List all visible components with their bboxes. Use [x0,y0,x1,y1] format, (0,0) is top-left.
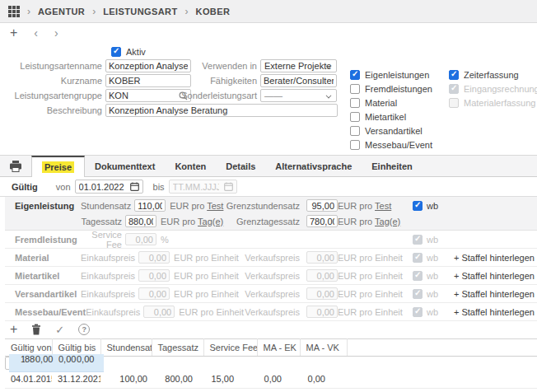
tab-konten[interactable]: Konten [165,156,216,176]
print-button[interactable] [0,156,31,176]
breadcrumb-agentur[interactable]: AGENTUR [38,7,85,16]
checkbox-box [413,289,423,299]
verkaufspreis-label: Verkaufspreis [209,289,300,299]
tab-einheiten[interactable]: Einheiten [362,156,423,176]
faehigkeiten-label: Fähigkeiten [156,76,257,86]
table-row-selected[interactable]: 01.01.2022 110,00 880,00 0,00 0,00 0,00 [5,357,52,370]
pricing-row-mietartikel: Mietartikel Einkaufspreis EUR pro Einhei… [5,267,537,285]
confirm-icon[interactable]: ✓ [55,324,64,336]
leistungsart-detail-page: › AGENTUR › LEISTUNGSART › KOBER + ‹ › A… [0,0,537,392]
checkbox-label: Eingangsrechnung [464,84,537,94]
record-toolbar: + ‹ › [0,23,537,43]
checkbox-box [350,126,360,136]
wb-checkbox: wb [413,235,438,245]
add-record-icon[interactable]: + [10,26,17,40]
row-label: Messebau/Event [15,307,86,317]
tab-dokumenttext[interactable]: Dokumenttext [85,156,165,176]
staffel-hinterlegen-link[interactable]: + Staffel hinterlegen [454,307,535,317]
pricing-block-eigenleistung: Eigenleistung Stundensatz EUR pro Test G… [5,197,537,231]
validity-row: Gültig von bis [0,177,537,197]
checkbox-material[interactable]: Material [350,96,432,110]
wb-label: wb [427,201,438,211]
beschreibung-input[interactable] [105,104,338,117]
checkbox-label: Mietartikel [365,112,406,122]
checkbox-versandartikel[interactable]: Versandartikel [350,124,432,138]
tab-preise[interactable]: Preise [31,156,85,177]
aktiv-checkbox[interactable]: Aktiv [111,44,146,58]
tagessatz-input[interactable] [125,215,156,227]
app-grid-icon[interactable] [8,6,20,17]
checkbox-mietartikel[interactable]: Mietartikel [350,110,432,124]
pricing-row-fremdleistung: Fremdleistung Service Fee % wb [5,231,537,249]
cell-service-fee: 15,00 [203,370,257,388]
wb-label: wb [427,235,438,245]
checkbox-zeiterfassung[interactable]: Zeiterfassung [449,68,537,82]
cell-ma-vk: 0,00 [300,370,347,388]
leistungsart-form: Aktiv Leistungsartenname Kurzname Leistu… [0,43,537,155]
chevron-right-icon: › [185,6,189,17]
checkbox-eigenleistungen[interactable]: Eigenleistungen [350,68,432,82]
printer-icon [9,161,22,172]
grenzstundensatz-input[interactable] [306,199,338,212]
previous-record-icon[interactable]: ‹ [34,27,38,39]
calendar-icon[interactable] [130,182,139,191]
checkbox-messebau-event[interactable]: Messebau/Event [350,138,432,152]
col-tagessatz: Tagessatz [152,339,203,357]
sonderleistungsart-value: —— [264,91,283,100]
checkbox-box [413,253,423,263]
checkbox-label: Materialerfassung [464,98,535,108]
row-label: Mietartikel [15,271,81,281]
breadcrumb-leistungsart[interactable]: LEISTUNGSART [103,7,177,16]
tab-alternativsprache[interactable]: Alternativsprache [265,156,362,176]
einkaufspreis-input [138,269,170,282]
checkbox-label: Material [365,98,397,108]
verwenden-in-select[interactable]: Externe Projekte [260,59,337,72]
next-record-icon[interactable]: › [54,27,58,39]
col-filler [347,339,537,357]
delete-icon[interactable] [31,324,41,335]
kurzname-label: Kurzname [0,76,102,86]
sonderleistungsart-select[interactable]: —— [260,89,337,102]
tab-bar: Preise Dokumenttext Konten Details Alter… [0,155,537,177]
service-fee-label: Service Fee [81,230,122,250]
leistung-checkbox-group: Eigenleistungen Fremdleistungen Material… [350,68,432,152]
checkbox-box [449,84,459,94]
grenztagessatz-input[interactable] [306,215,338,227]
checkbox-fremdleistungen[interactable]: Fremdleistungen [350,82,432,96]
chevron-down-icon [326,92,332,98]
checkbox-box [413,201,423,211]
staffel-hinterlegen-link[interactable]: + Staffel hinterlegen [454,253,535,263]
add-price-row-icon[interactable]: + [10,323,17,336]
unit-text: EUR pro Tag(e) [338,217,400,226]
unit-link[interactable]: Test [375,201,391,211]
checkbox-box [350,112,360,122]
pricing-row-versandartikel: Versandartikel Einkaufspreis EUR pro Ein… [5,285,537,303]
checkbox-label: Messebau/Event [365,140,432,150]
gueltig-label: Gültig [12,182,38,192]
gueltig-von-input[interactable] [79,182,125,192]
checkbox-label: Fremdleistungen [365,84,432,94]
wb-label: wb [427,253,438,263]
unit-text: EUR pro Einheit [338,289,403,299]
help-icon[interactable]: ? [78,324,90,335]
stundensatz-input[interactable] [134,199,166,212]
verkaufspreis-label: Verkaufspreis [209,307,300,317]
verkaufspreis-label: Verkaufspreis [209,271,300,281]
verwenden-in-label: Verwenden in [156,61,257,71]
staffel-hinterlegen-link[interactable]: + Staffel hinterlegen [454,289,535,299]
faehigkeiten-input[interactable] [260,74,337,87]
einkaufspreis-label: Einkaufspreis [81,271,135,281]
wb-checkbox[interactable]: wb [413,201,438,211]
tab-details[interactable]: Details [216,156,265,176]
von-label: von [56,182,71,192]
staffel-hinterlegen-link[interactable]: + Staffel hinterlegen [454,271,535,281]
unit-link[interactable]: Tag(e) [375,217,400,226]
table-row[interactable]: 04.01.2015 31.12.2021 100,00 800,00 15,0… [5,370,537,388]
cell-ma-ek: 0,00 [257,370,300,388]
wb-label: wb [427,307,438,317]
row-label: Material [15,253,81,263]
breadcrumb-kober[interactable]: KOBER [196,7,231,16]
verkaufspreis-input [306,269,338,282]
col-stundensatz: Stundensatz [100,339,152,357]
col-ma-ek: MA - EK [257,339,300,357]
